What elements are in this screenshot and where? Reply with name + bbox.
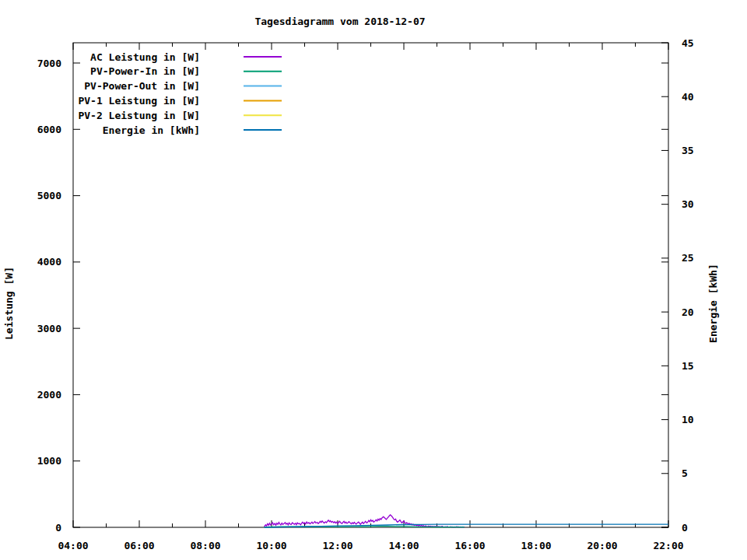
legend-label-pv-1-leistung-in-w: PV-1 Leistung in [W]	[78, 95, 200, 107]
x-tick-label: 04:00	[58, 540, 88, 551]
y-axis-left-label: Leistung [W]	[3, 267, 15, 340]
y1-tick-label: 2000	[37, 389, 61, 401]
chart-title: Tagesdiagramm vom 2018-12-07	[254, 16, 425, 27]
y2-tick-label: 25	[682, 252, 694, 264]
x-tick-label: 06:00	[124, 540, 154, 551]
y2-tick-label: 30	[682, 198, 694, 210]
y1-tick-label: 6000	[37, 124, 61, 135]
y2-tick-label: 5	[682, 467, 688, 479]
y1-tick-label: 7000	[37, 58, 61, 69]
chart-page: Tagesdiagramm vom 2018-12-0704:0006:0008…	[0, 0, 747, 560]
y2-tick-label: 45	[682, 37, 694, 49]
y2-tick-label: 10	[682, 414, 694, 425]
legend: AC Leistung in [W]PV-Power-In in [W]PV-P…	[78, 51, 282, 136]
y2-tick-label: 0	[682, 522, 688, 534]
y1-tick-label: 5000	[37, 190, 61, 201]
y2-tick-label: 40	[682, 91, 694, 103]
x-tick-label: 22:00	[653, 540, 683, 551]
y-axis-right-ticks: 051015202530354045	[661, 37, 694, 534]
x-tick-label: 20:00	[587, 540, 617, 551]
y2-tick-label: 20	[682, 306, 694, 318]
x-tick-label: 10:00	[256, 540, 286, 551]
tagesdiagramm-chart: Tagesdiagramm vom 2018-12-0704:0006:0008…	[0, 0, 747, 560]
legend-label-ac-leistung-in-w: AC Leistung in [W]	[90, 51, 200, 63]
y1-tick-label: 0	[55, 522, 61, 534]
y-axis-right-label: Energie [kWh]	[707, 264, 719, 343]
y1-tick-label: 3000	[37, 323, 61, 334]
x-tick-label: 14:00	[388, 540, 419, 551]
legend-label-pv-2-leistung-in-w: PV-2 Leistung in [W]	[78, 110, 200, 121]
y2-tick-label: 35	[682, 145, 694, 156]
x-tick-label: 18:00	[521, 540, 551, 551]
x-tick-label: 08:00	[190, 540, 220, 551]
legend-label-pv-power-out-in-w: PV-Power-Out in [W]	[84, 80, 200, 92]
y2-tick-label: 15	[682, 360, 694, 372]
x-tick-label: 12:00	[322, 540, 352, 551]
x-tick-label: 16:00	[454, 540, 485, 551]
y1-tick-label: 1000	[37, 455, 61, 467]
y1-tick-label: 4000	[37, 256, 61, 268]
legend-label-pv-power-in-in-w: PV-Power-In in [W]	[90, 65, 200, 77]
legend-label-energie-in-kwh: Energie in [kWh]	[103, 124, 200, 136]
